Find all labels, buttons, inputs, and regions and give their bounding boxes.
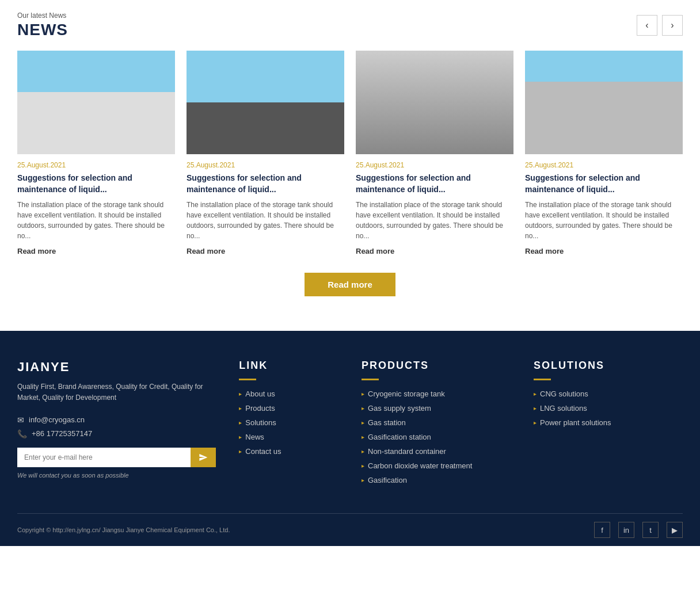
- footer-solutions-list: CNG solutions LNG solutions Power plant …: [534, 390, 683, 427]
- news-card-body-2: The installation place of the storage ta…: [187, 200, 344, 241]
- list-item: News: [239, 433, 338, 441]
- solution-power-plant[interactable]: Power plant solutions: [534, 418, 683, 427]
- youtube-icon[interactable]: ▶: [667, 522, 683, 538]
- news-date-1: 25.August.2021: [17, 161, 175, 169]
- news-title: NEWS: [17, 21, 68, 39]
- footer-link-divider: [239, 379, 256, 380]
- footer-solutions-divider: [534, 379, 551, 380]
- footer-email-contact: ✉ info@cryogas.cn: [17, 415, 216, 425]
- footer-link-column: LINK About us Products Solutions News Co…: [239, 360, 338, 490]
- email-icon: ✉: [17, 415, 24, 425]
- product-non-standard[interactable]: Non-standard container: [362, 447, 511, 456]
- product-gas-station[interactable]: Gas station: [362, 418, 511, 427]
- news-next-button[interactable]: ›: [662, 15, 683, 36]
- news-card: 25.August.2021 Suggestions for selection…: [356, 51, 513, 255]
- footer-products-column: PRODUCTS Cryogenic storage tank Gas supp…: [362, 360, 511, 490]
- list-item: LNG solutions: [534, 404, 683, 413]
- news-section: Our latest News NEWS ‹ › 25.August.2021 …: [0, 0, 700, 331]
- list-item: About us: [239, 390, 338, 398]
- footer-solutions-column: SOLUTIONS CNG solutions LNG solutions Po…: [534, 360, 683, 490]
- product-cryogenic-tank[interactable]: Cryogenic storage tank: [362, 390, 511, 398]
- link-about-us[interactable]: About us: [239, 390, 338, 398]
- news-card-title-2: Suggestions for selection and maintenanc…: [187, 173, 344, 195]
- list-item: Gas supply system: [362, 404, 511, 413]
- footer-brand-column: JIANYE Quality First, Brand Awareness, Q…: [17, 360, 216, 490]
- news-card-title-3: Suggestions for selection and maintenanc…: [356, 173, 513, 195]
- footer-link-list: About us Products Solutions News Contact…: [239, 390, 338, 456]
- footer-contact-note: We will contact you as soon as possible: [17, 472, 216, 479]
- news-card-title-1: Suggestions for selection and maintenanc…: [17, 173, 175, 195]
- link-solutions[interactable]: Solutions: [239, 418, 338, 427]
- product-gasification-station[interactable]: Gasification station: [362, 433, 511, 441]
- footer-content: JIANYE Quality First, Brand Awareness, Q…: [17, 360, 683, 546]
- news-card-body-3: The installation place of the storage ta…: [356, 200, 513, 241]
- product-co2-water[interactable]: Carbon dioxide water treatment: [362, 461, 511, 470]
- list-item: Carbon dioxide water treatment: [362, 461, 511, 470]
- news-nav-buttons: ‹ ›: [637, 15, 683, 36]
- news-date-3: 25.August.2021: [356, 161, 513, 169]
- footer-email-form: [17, 448, 216, 467]
- footer-copyright: Copyright © http://en.jylng.cn/ Jiangsu …: [17, 526, 230, 533]
- footer: JIANYE Quality First, Brand Awareness, Q…: [0, 331, 700, 546]
- news-card: 25.August.2021 Suggestions for selection…: [187, 51, 344, 255]
- footer-brand-name: JIANYE: [17, 360, 216, 375]
- footer-email-input[interactable]: [17, 448, 191, 467]
- list-item: Solutions: [239, 418, 338, 427]
- list-item: Gasification station: [362, 433, 511, 441]
- news-card: 25.August.2021 Suggestions for selection…: [17, 51, 175, 255]
- footer-bottom: Copyright © http://en.jylng.cn/ Jiangsu …: [17, 513, 683, 546]
- footer-tagline: Quality First, Brand Awareness, Quality …: [17, 381, 216, 403]
- product-gasification[interactable]: Gasification: [362, 476, 511, 484]
- news-prev-button[interactable]: ‹: [637, 15, 657, 36]
- footer-email-submit[interactable]: [191, 448, 216, 467]
- link-products[interactable]: Products: [239, 404, 338, 413]
- news-card-title-4: Suggestions for selection and maintenanc…: [525, 173, 683, 195]
- footer-products-divider: [362, 379, 379, 380]
- news-grid: 25.August.2021 Suggestions for selection…: [17, 51, 683, 255]
- news-card: 25.August.2021 Suggestions for selection…: [525, 51, 683, 255]
- list-item: Products: [239, 404, 338, 413]
- footer-social-icons: f in t ▶: [594, 522, 683, 538]
- read-more-btn-wrap: Read more: [17, 273, 683, 296]
- footer-phone: +86 17725357147: [32, 429, 92, 438]
- list-item: Non-standard container: [362, 447, 511, 456]
- news-read-more-4[interactable]: Read more: [525, 247, 683, 255]
- news-card-image-3: [356, 51, 513, 154]
- news-card-image-1: [17, 51, 175, 154]
- list-item: Gasification: [362, 476, 511, 484]
- news-date-4: 25.August.2021: [525, 161, 683, 169]
- list-item: CNG solutions: [534, 390, 683, 398]
- news-date-2: 25.August.2021: [187, 161, 344, 169]
- footer-products-list: Cryogenic storage tank Gas supply system…: [362, 390, 511, 484]
- twitter-icon[interactable]: t: [642, 522, 659, 538]
- send-icon: [199, 453, 208, 462]
- news-read-more-2[interactable]: Read more: [187, 247, 344, 255]
- solution-cng[interactable]: CNG solutions: [534, 390, 683, 398]
- list-item: Contact us: [239, 447, 338, 456]
- footer-products-title: PRODUCTS: [362, 360, 511, 372]
- news-card-image-4: [525, 51, 683, 154]
- news-read-more-1[interactable]: Read more: [17, 247, 175, 255]
- footer-phone-contact: 📞 +86 17725357147: [17, 429, 216, 438]
- product-gas-supply[interactable]: Gas supply system: [362, 404, 511, 413]
- news-card-image-2: [187, 51, 344, 154]
- facebook-icon[interactable]: f: [594, 522, 610, 538]
- link-news[interactable]: News: [239, 433, 338, 441]
- news-heading-block: Our latest News NEWS: [17, 12, 68, 39]
- footer-email: info@cryogas.cn: [29, 415, 85, 424]
- link-contact-us[interactable]: Contact us: [239, 447, 338, 456]
- footer-solutions-title: SOLUTIONS: [534, 360, 683, 372]
- news-card-body-1: The installation place of the storage ta…: [17, 200, 175, 241]
- solution-lng[interactable]: LNG solutions: [534, 404, 683, 413]
- list-item: Cryogenic storage tank: [362, 390, 511, 398]
- news-card-body-4: The installation place of the storage ta…: [525, 200, 683, 241]
- news-header: Our latest News NEWS ‹ ›: [17, 12, 683, 39]
- list-item: Gas station: [362, 418, 511, 427]
- phone-icon: 📞: [17, 429, 27, 438]
- linkedin-icon[interactable]: in: [618, 522, 634, 538]
- read-more-button[interactable]: Read more: [305, 273, 395, 296]
- footer-link-title: LINK: [239, 360, 338, 372]
- news-read-more-3[interactable]: Read more: [356, 247, 513, 255]
- list-item: Power plant solutions: [534, 418, 683, 427]
- news-label: Our latest News: [17, 12, 68, 20]
